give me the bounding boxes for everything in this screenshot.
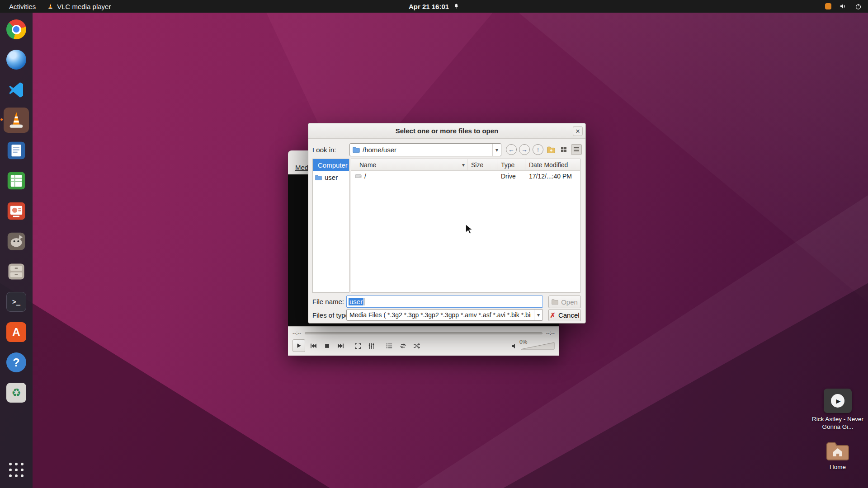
system-status-area[interactable] bbox=[825, 3, 868, 10]
folder-icon bbox=[353, 147, 360, 153]
cancel-button[interactable]: ✗ Cancel bbox=[548, 309, 581, 321]
file-name-cell: / bbox=[364, 173, 366, 180]
video-thumbnail: ▶ bbox=[824, 389, 852, 413]
sidebar-item-label: user bbox=[325, 174, 338, 181]
speaker-icon bbox=[511, 343, 519, 350]
ubuntu-software-icon[interactable]: A bbox=[4, 319, 29, 345]
cancel-button-label: Cancel bbox=[558, 311, 580, 319]
list-view-button[interactable] bbox=[558, 144, 569, 155]
selected-text: user bbox=[349, 298, 363, 305]
column-label: Date Modified bbox=[529, 161, 568, 169]
gimp-icon[interactable] bbox=[4, 229, 29, 254]
libreoffice-writer-icon[interactable] bbox=[4, 138, 29, 163]
files-icon[interactable] bbox=[4, 259, 29, 284]
next-button[interactable] bbox=[335, 340, 346, 351]
video-file-shortcut[interactable]: ▶ Rick Astley - Never Gonna Gi... bbox=[808, 389, 868, 431]
fullscreen-button[interactable] bbox=[352, 340, 363, 351]
app-grid-icon[interactable] bbox=[4, 457, 29, 483]
loop-button[interactable] bbox=[397, 340, 408, 351]
question-glyph: ? bbox=[13, 356, 19, 369]
seek-slider[interactable] bbox=[305, 332, 542, 334]
new-folder-button[interactable] bbox=[546, 144, 557, 155]
files-of-type-combo[interactable]: Media Files ( *.3g2 *.3gp *.3gp2 *.3gpp … bbox=[346, 309, 543, 321]
back-button[interactable]: ← bbox=[506, 144, 517, 155]
home-folder-icon bbox=[826, 441, 849, 461]
vlc-icon[interactable] bbox=[4, 108, 29, 133]
elapsed-time: --:-- bbox=[292, 330, 301, 336]
folder-icon bbox=[315, 175, 322, 180]
files-of-type-label: Files of type: bbox=[312, 311, 351, 319]
focused-app-menu[interactable]: VLC media player bbox=[47, 3, 111, 10]
chrome-icon[interactable] bbox=[4, 17, 29, 42]
stop-button[interactable] bbox=[321, 340, 332, 351]
terminal-icon[interactable]: >_ bbox=[4, 289, 29, 314]
column-header-date[interactable]: Date Modified bbox=[525, 159, 580, 170]
clock-label: Apr 21 16:01 bbox=[409, 3, 449, 10]
file-open-dialog: Select one or more files to open ✕ Look … bbox=[308, 123, 586, 324]
vscode-icon[interactable] bbox=[4, 77, 29, 103]
focused-app-title: VLC media player bbox=[57, 3, 111, 10]
play-button[interactable] bbox=[292, 339, 305, 352]
file-type-cell: Drive bbox=[497, 173, 525, 180]
column-header-size[interactable]: Size bbox=[467, 159, 497, 170]
previous-button[interactable] bbox=[308, 340, 319, 351]
volume-icon bbox=[840, 3, 847, 10]
chevron-down-icon: ▾ bbox=[492, 144, 498, 156]
activities-button[interactable]: Activities bbox=[9, 3, 36, 10]
up-button[interactable]: ↑ bbox=[533, 144, 543, 155]
column-header-name[interactable]: Name ▾ bbox=[351, 159, 467, 170]
bell-icon bbox=[453, 3, 459, 9]
column-label: Size bbox=[471, 161, 483, 169]
places-sidebar: Computer user bbox=[312, 159, 349, 293]
libreoffice-impress-icon[interactable] bbox=[4, 198, 29, 224]
detail-view-button[interactable] bbox=[571, 144, 582, 155]
file-row-root-drive[interactable]: / Drive 17/12/...:40 PM bbox=[351, 171, 580, 182]
sidebar-item-computer[interactable]: Computer bbox=[313, 159, 349, 171]
look-in-combo[interactable]: /home/user ▾ bbox=[349, 143, 501, 156]
chevron-down-icon: ▾ bbox=[534, 310, 540, 320]
menu-media[interactable]: Med bbox=[295, 164, 308, 171]
look-in-label: Look in: bbox=[312, 146, 336, 154]
sidebar-item-user[interactable]: user bbox=[313, 171, 349, 183]
volume-percent-label: 0% bbox=[519, 339, 527, 345]
video-shortcut-label: Rick Astley - Never Gonna Gi... bbox=[808, 416, 868, 431]
vlc-control-bar: --:-- --:-- bbox=[288, 326, 559, 356]
blue-globe-icon[interactable] bbox=[4, 47, 29, 72]
column-header-type[interactable]: Type bbox=[497, 159, 525, 170]
close-icon[interactable]: ✕ bbox=[573, 126, 583, 136]
play-icon: ▶ bbox=[831, 394, 844, 408]
open-folder-icon bbox=[552, 299, 558, 305]
files-of-type-value: Media Files ( *.3g2 *.3gp *.3gp2 *.3gpp … bbox=[349, 311, 531, 319]
top-bar: Activities VLC media player Apr 21 16:01 bbox=[0, 0, 868, 13]
recycle-glyph: ♻ bbox=[11, 386, 21, 399]
help-icon[interactable]: ? bbox=[4, 350, 29, 375]
dialog-title: Select one or more files to open bbox=[396, 127, 499, 135]
open-button-label: Open bbox=[561, 298, 578, 306]
recycle-icon[interactable]: ♻ bbox=[4, 380, 29, 405]
home-folder-shortcut[interactable]: Home bbox=[812, 441, 863, 471]
power-icon bbox=[855, 3, 862, 10]
volume-control[interactable]: 0% bbox=[511, 342, 555, 350]
equalizer-button[interactable] bbox=[366, 340, 377, 351]
file-name-input[interactable]: user bbox=[346, 296, 543, 308]
drive-icon bbox=[355, 174, 362, 179]
home-shortcut-label: Home bbox=[812, 464, 863, 471]
forward-button[interactable]: → bbox=[519, 144, 530, 155]
text-caret bbox=[364, 298, 364, 305]
column-label: Name bbox=[359, 161, 376, 169]
file-date-cell: 17/12/...:40 PM bbox=[525, 173, 580, 180]
total-time: --:-- bbox=[546, 330, 555, 336]
notification-badge-icon bbox=[825, 3, 831, 9]
playlist-button[interactable] bbox=[384, 340, 395, 351]
dock: >_ A ? ♻ bbox=[0, 13, 33, 488]
open-button[interactable]: Open bbox=[548, 296, 581, 308]
cancel-x-icon: ✗ bbox=[550, 311, 556, 319]
clock-menu[interactable]: Apr 21 16:01 bbox=[409, 3, 459, 10]
shuffle-button[interactable] bbox=[411, 340, 422, 351]
dialog-titlebar[interactable]: Select one or more files to open ✕ bbox=[308, 123, 585, 139]
sort-arrow-icon: ▾ bbox=[462, 162, 465, 168]
sidebar-item-label: Computer bbox=[318, 161, 348, 169]
libreoffice-calc-icon[interactable] bbox=[4, 168, 29, 193]
file-name-label: File name: bbox=[312, 298, 344, 305]
column-label: Type bbox=[501, 161, 514, 169]
